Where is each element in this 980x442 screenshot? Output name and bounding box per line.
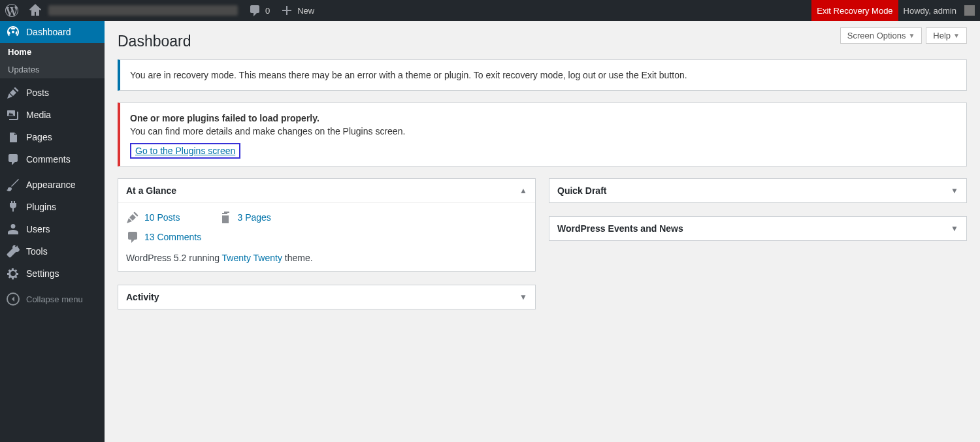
- wp-logo-menu[interactable]: [0, 0, 24, 21]
- pin-icon: [126, 211, 139, 224]
- comments-count: 0: [265, 6, 270, 16]
- new-content-menu[interactable]: New: [275, 0, 319, 21]
- plugins-failed-notice: One or more plugins failed to load prope…: [118, 103, 967, 166]
- plus-icon: [280, 4, 293, 17]
- collapse-down-icon[interactable]: ▼: [519, 292, 527, 302]
- glance-footer: WordPress 5.2 running Twenty Twenty them…: [126, 253, 527, 263]
- media-icon: [7, 108, 20, 121]
- sidebar-item-pages[interactable]: Pages: [0, 126, 105, 148]
- quick-draft-header[interactable]: Quick Draft ▼: [549, 179, 966, 202]
- comment-icon: [248, 4, 261, 17]
- site-name-blurred: [48, 5, 238, 16]
- comments-menu[interactable]: 0: [243, 0, 275, 21]
- sidebar-item-settings[interactable]: Settings: [0, 262, 105, 285]
- avatar: [964, 5, 975, 16]
- sidebar-item-posts[interactable]: Posts: [0, 82, 105, 104]
- comment-icon: [126, 230, 139, 244]
- admin-menu: Dashboard Home Updates Posts Media Pages…: [0, 21, 105, 323]
- brush-icon: [7, 178, 20, 191]
- glance-pages: 3 Pages: [219, 211, 270, 224]
- sidebar-item-users[interactable]: Users: [0, 218, 105, 240]
- sidebar-item-media[interactable]: Media: [0, 104, 105, 126]
- dashboard-submenu: Home Updates: [0, 43, 105, 78]
- sidebar-item-plugins[interactable]: Plugins: [0, 196, 105, 218]
- sidebar-item-appearance[interactable]: Appearance: [0, 174, 105, 196]
- dashboard-icon: [7, 25, 20, 39]
- go-to-plugins-link[interactable]: Go to the Plugins screen: [135, 146, 235, 156]
- collapse-down-icon[interactable]: ▼: [951, 224, 958, 233]
- exit-recovery-mode-button[interactable]: Exit Recovery Mode: [811, 0, 898, 21]
- comments-link[interactable]: 13 Comments: [144, 232, 201, 242]
- submenu-updates[interactable]: Updates: [0, 61, 105, 78]
- admin-bar: 0 New Exit Recovery Mode Howdy, admin: [0, 0, 980, 21]
- page-icon: [7, 131, 20, 144]
- new-label: New: [297, 6, 314, 16]
- greeting-text: Howdy, admin: [904, 6, 956, 16]
- pages-link[interactable]: 3 Pages: [237, 212, 270, 223]
- collapse-down-icon[interactable]: ▼: [951, 186, 958, 195]
- theme-link[interactable]: Twenty Twenty: [222, 253, 282, 263]
- events-news-header[interactable]: WordPress Events and News ▼: [549, 217, 966, 240]
- activity-header[interactable]: Activity ▼: [118, 285, 535, 309]
- collapse-icon: [7, 292, 20, 306]
- sidebar-item-comments[interactable]: Comments: [0, 148, 105, 170]
- wrench-icon: [7, 245, 20, 258]
- posts-link[interactable]: 10 Posts: [144, 212, 180, 223]
- collapse-up-icon[interactable]: ▲: [519, 186, 527, 195]
- screen-options-button[interactable]: Screen Options ▼: [840, 27, 923, 44]
- user-icon: [7, 223, 20, 236]
- at-a-glance-widget: At a Glance ▲ 10 Posts 3 Pages: [118, 178, 536, 272]
- glance-posts: 10 Posts: [126, 211, 180, 224]
- comments-icon: [7, 153, 20, 166]
- activity-widget: Activity ▼: [118, 285, 536, 309]
- chevron-down-icon: ▼: [953, 32, 960, 39]
- recovery-mode-notice: You are in recovery mode. This means the…: [118, 59, 967, 91]
- chevron-down-icon: ▼: [908, 32, 915, 39]
- pages-icon: [219, 211, 232, 224]
- my-account-menu[interactable]: Howdy, admin: [898, 0, 980, 21]
- pin-icon: [7, 86, 20, 99]
- wordpress-icon: [5, 4, 18, 17]
- plug-icon: [7, 200, 20, 213]
- go-to-plugins-highlight: Go to the Plugins screen: [130, 143, 240, 159]
- quick-draft-widget: Quick Draft ▼: [549, 178, 967, 203]
- home-icon: [29, 4, 42, 17]
- sidebar-item-tools[interactable]: Tools: [0, 240, 105, 262]
- settings-icon: [7, 267, 20, 280]
- site-name-menu[interactable]: [24, 0, 243, 21]
- submenu-home[interactable]: Home: [0, 43, 105, 61]
- page-content: Screen Options ▼ Help ▼ Dashboard You ar…: [105, 21, 980, 323]
- sidebar-item-dashboard[interactable]: Dashboard: [0, 21, 105, 43]
- events-news-widget: WordPress Events and News ▼: [549, 216, 967, 241]
- help-button[interactable]: Help ▼: [926, 27, 967, 44]
- glance-comments: 13 Comments: [126, 230, 527, 244]
- collapse-menu-button[interactable]: Collapse menu: [0, 288, 105, 310]
- at-a-glance-header[interactable]: At a Glance ▲: [118, 179, 535, 203]
